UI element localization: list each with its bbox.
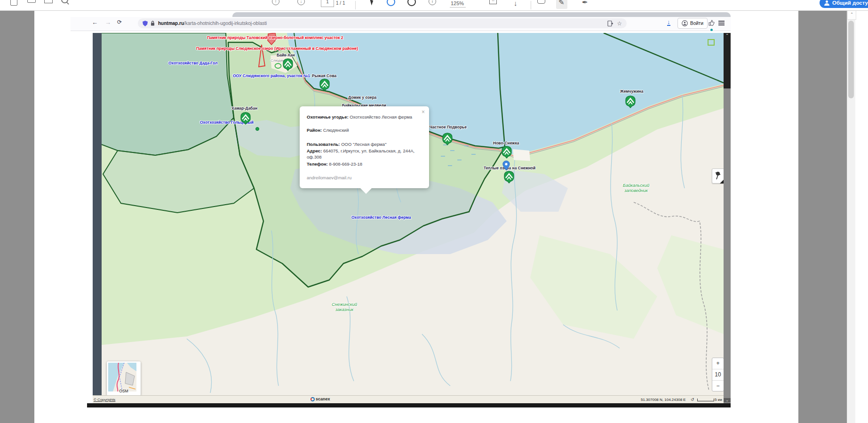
map-label: Охотхозяйство Дада-Гол	[168, 61, 217, 66]
copyright-link[interactable]: © Copyrights	[94, 398, 115, 402]
share-button[interactable]: Общий доступ	[820, 0, 868, 8]
toolbar-divider	[531, 1, 531, 9]
recommend-icon[interactable]	[709, 20, 715, 26]
hunting-ground-marker[interactable]	[625, 96, 636, 108]
map-label: Памятник природы Слюдянское озеро (Ирис …	[196, 46, 358, 51]
map-statusbar: © Copyrights scanex 51.307008 N, 104.243…	[93, 395, 724, 404]
scanex-logo[interactable]: scanex	[311, 397, 330, 401]
image-icon[interactable]	[44, 0, 53, 3]
scroll-up-icon[interactable]: ⌃	[847, 10, 856, 20]
hunting-ground-marker[interactable]	[283, 58, 293, 71]
shield-icon[interactable]	[143, 21, 148, 26]
comment-icon[interactable]	[537, 0, 545, 4]
page-down-icon[interactable]: ↓	[297, 0, 305, 5]
url-domain: huntmap.ru	[158, 21, 184, 26]
back-icon[interactable]: ←	[92, 19, 98, 26]
map-label: Охотхозяйство Лесная ферма	[351, 215, 411, 220]
screen: ↑ ↓ 1 1 / 1 i 125% ↔ ↓ ✎ ✒ Общий доступ …	[0, 0, 868, 423]
map-label: Байк-Хан	[277, 53, 295, 58]
map-label: Домик у озера	[348, 95, 376, 100]
login-button-label: Войти	[690, 21, 703, 26]
hunting-ground-marker[interactable]	[504, 171, 514, 184]
signature-icon[interactable]: ✒	[582, 0, 588, 7]
info-icon[interactable]: i	[429, 0, 436, 5]
browser-toolbar: ← → ⟳ huntmap.ru/karta-ohotnichih-ugodij…	[71, 17, 731, 31]
popup-field: Район: Слюдянский	[307, 127, 423, 133]
zoom-in-button[interactable]: +	[712, 358, 724, 369]
hunting-ground-marker[interactable]	[442, 133, 453, 145]
lock-icon[interactable]	[151, 21, 155, 26]
notification-dot	[710, 29, 713, 31]
viewer-margin-left	[0, 10, 34, 423]
map-label: Байкальский заповедник	[615, 183, 657, 193]
viewer-scrollbar[interactable]: ⌃	[847, 10, 855, 423]
map-label: ООУ Слюдянского района, участок №1	[233, 73, 310, 79]
print-icon[interactable]	[27, 0, 36, 3]
url-bar[interactable]: huntmap.ru/karta-ohotnichih-ugodij-irkut…	[138, 18, 627, 28]
page-scrollbar[interactable]: ⌃ ⌄	[724, 33, 731, 403]
hunting-ground-marker[interactable]	[240, 112, 251, 125]
map-terrain	[93, 33, 724, 395]
map-label: Жемчужина	[620, 89, 643, 94]
hunting-ground-marker[interactable]	[319, 79, 330, 91]
account-icon	[682, 20, 688, 26]
download-icon[interactable]: ↓	[514, 0, 518, 7]
cursor-coordinates: 51.307008 N, 104.24308 E	[641, 398, 686, 402]
reload-icon[interactable]: ⟳	[117, 19, 122, 25]
viewer-margin-right	[798, 10, 847, 423]
scale-label: 5 км	[715, 398, 722, 402]
map-label: Частное Подворье	[430, 125, 467, 130]
rotate-icon[interactable]	[10, 0, 17, 6]
refresh-icon[interactable]: ↺	[691, 397, 694, 402]
toolbar-divider	[355, 1, 356, 9]
location-pin-icon[interactable]	[502, 160, 510, 171]
viewer-toolbar: ↑ ↓ 1 1 / 1 i 125% ↔ ↓ ✎ ✒	[0, 0, 868, 11]
popup-field: Пользователь: ООО "Лесная ферма"	[307, 141, 423, 147]
fullscreen-icon[interactable]	[708, 39, 715, 46]
pin-tool-button[interactable]	[712, 168, 724, 184]
popup-field: Адрес: 664075, г.Иркутск, ул. Байкальска…	[307, 148, 423, 160]
bookmark-star-icon[interactable]: ☆	[617, 20, 622, 27]
select-tool-icon[interactable]	[387, 0, 395, 6]
search-icon-handle	[66, 2, 69, 5]
overview-minimap[interactable]: OSM	[107, 361, 141, 395]
screenshot-bottom-edge	[87, 403, 731, 407]
forward-icon[interactable]: →	[105, 19, 111, 26]
hunting-ground-marker[interactable]	[255, 127, 259, 131]
share-button-label: Общий доступ	[832, 0, 868, 6]
download-icon[interactable]: ↓	[667, 19, 670, 26]
menu-icon[interactable]	[718, 21, 725, 26]
map-label: Ново-Снежка	[493, 141, 519, 146]
zoom-out-button[interactable]: −	[712, 381, 724, 391]
reader-icon[interactable]	[607, 21, 613, 26]
minimap-label: OSM	[108, 389, 139, 393]
scroll-down-icon[interactable]: ⌄	[724, 398, 731, 402]
zoom-level[interactable]: 125%	[450, 0, 466, 8]
scanex-icon	[311, 397, 315, 401]
login-button[interactable]: Войти	[677, 18, 708, 29]
page-scrollbar-thumb[interactable]	[724, 33, 731, 88]
scrollbar-thumb[interactable]	[848, 21, 854, 98]
map-label: Памятник природы Таловский озерно-болотн…	[207, 35, 343, 40]
circle-tool-icon[interactable]	[407, 0, 416, 6]
map-label: Снежинский заказник	[323, 302, 366, 312]
popup-field: Охотничье угодье: Охотхозяйство Лесная ф…	[307, 114, 423, 120]
map-label: Хамар-Дабан	[231, 106, 257, 111]
page-number-input[interactable]: 1	[321, 0, 334, 7]
page-indicator: 1 / 1	[336, 0, 345, 6]
scroll-up-icon[interactable]: ⌃	[724, 33, 731, 38]
share-person-icon	[824, 0, 829, 6]
map-canvas[interactable]: + 10 − OSM × Охотничье угодье: Охотхозяй…	[93, 33, 724, 395]
zoom-level-indicator: 10	[712, 369, 724, 381]
popup-email: andreilomaev@mail.ru	[307, 175, 423, 181]
hunting-ground-marker[interactable]	[502, 146, 512, 159]
cursor-icon[interactable]	[370, 0, 374, 6]
map-zoom-control[interactable]: + 10 −	[712, 358, 724, 391]
scale-bar	[697, 399, 714, 401]
pen-icon[interactable]: ✎	[558, 0, 565, 7]
map-left-panel	[93, 33, 102, 395]
feature-popup: × Охотничье угодье: Охотхозяйство Лесная…	[300, 106, 429, 188]
url-path: /karta-ohotnichih-ugodij-irkutskoj-oblas…	[184, 21, 267, 26]
fit-width-icon[interactable]: ↔	[489, 0, 497, 4]
page-up-icon[interactable]: ↑	[272, 0, 279, 5]
